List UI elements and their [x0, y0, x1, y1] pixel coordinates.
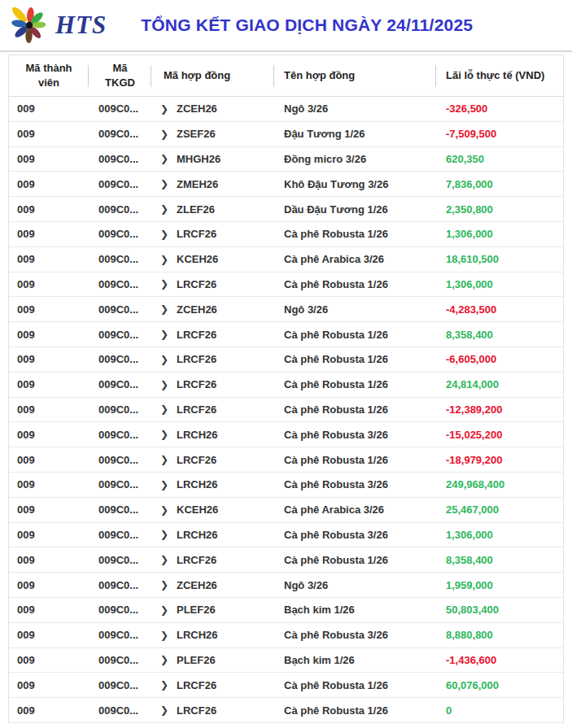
chevron-right-icon[interactable]: ❯	[151, 579, 177, 591]
table-row[interactable]: 009009C0...❯KCEH26Cà phê Arabica 3/2618,…	[9, 247, 563, 272]
chevron-right-icon[interactable]: ❯	[151, 129, 177, 140]
member-code-cell: 009	[9, 478, 89, 490]
table-row[interactable]: 009009C0...❯ZCEH26Ngô 3/26-4,283,500	[9, 297, 563, 322]
table-row[interactable]: 009009C0...❯LRCF26Cà phê Robusta 1/26-6,…	[9, 347, 563, 373]
pnl-value-cell: 1,306,000	[436, 228, 563, 240]
chevron-right-icon[interactable]: ❯	[151, 679, 177, 691]
account-code-cell: 009C0...	[89, 679, 151, 691]
contract-code-cell: LRCF26	[177, 329, 274, 341]
member-code-cell: 009	[9, 529, 89, 541]
contract-code-cell: ZSEF26	[177, 128, 274, 140]
chevron-right-icon[interactable]: ❯	[151, 354, 177, 365]
member-code-cell: 009	[9, 454, 89, 466]
chevron-right-icon[interactable]: ❯	[151, 229, 177, 240]
pnl-value-cell: 24,814,000	[436, 378, 563, 390]
contract-name-cell: Cà phê Robusta 1/26	[274, 329, 436, 341]
chevron-right-icon[interactable]: ❯	[151, 429, 177, 440]
contract-name-cell: Cà phê Robusta 1/26	[274, 378, 436, 390]
contract-code-cell: LRCF26	[177, 554, 274, 566]
chevron-right-icon[interactable]: ❯	[151, 654, 177, 665]
table-row[interactable]: 009009C0...❯LRCF26Cà phê Robusta 1/26-18…	[9, 447, 563, 473]
table-row[interactable]: 009009C0...❯LRCF26Cà phê Robusta 1/260	[9, 698, 563, 723]
table-row[interactable]: 009009C0...❯LRCF26Cà phê Robusta 1/261,3…	[9, 272, 563, 298]
chevron-right-icon[interactable]: ❯	[151, 604, 177, 616]
chevron-right-icon[interactable]: ❯	[151, 153, 177, 164]
account-code-cell: 009C0...	[89, 454, 151, 466]
contract-code-cell: ZCEH26	[177, 102, 274, 115]
table-body: 009009C0...❯ZCEH26Ngô 3/26-326,500009009…	[9, 97, 563, 723]
contract-code-cell: MHGH26	[177, 153, 274, 165]
account-code-cell: 009C0...	[89, 153, 151, 165]
contract-code-cell: LRCF26	[177, 403, 274, 416]
table-row[interactable]: 009009C0...❯KCEH26Cà phê Arabica 3/2625,…	[9, 498, 563, 523]
header-bar: HTS TỔNG KẾT GIAO DỊCH NGÀY 24/11/2025	[0, 0, 572, 52]
table-row[interactable]: 009009C0...❯LRCH26Cà phê Robusta 3/26249…	[9, 473, 563, 498]
pnl-value-cell: 0	[436, 704, 563, 717]
chevron-right-icon[interactable]: ❯	[151, 630, 177, 641]
chevron-right-icon[interactable]: ❯	[151, 303, 177, 315]
table-row[interactable]: 009009C0...❯LRCH26Cà phê Robusta 3/261,3…	[9, 523, 563, 548]
chevron-right-icon[interactable]: ❯	[151, 178, 177, 190]
table-row[interactable]: 009009C0...❯LRCH26Cà phê Robusta 3/268,8…	[9, 623, 563, 648]
chevron-right-icon[interactable]: ❯	[151, 554, 177, 565]
pnl-value-cell: -4,283,500	[436, 303, 563, 316]
member-code-cell: 009	[9, 704, 89, 717]
table-row[interactable]: 009009C0...❯LRCF26Cà phê Robusta 1/268,3…	[9, 322, 563, 347]
table-row[interactable]: 009009C0...❯LRCF26Cà phê Robusta 1/26-12…	[9, 398, 563, 423]
member-code-cell: 009	[9, 629, 89, 641]
table-row[interactable]: 009009C0...❯ZCEH26Ngô 3/26-326,500	[9, 97, 563, 122]
column-header-text: Mã hợp đồng	[164, 68, 274, 83]
account-code-cell: 009C0...	[89, 704, 151, 717]
account-code-cell: 009C0...	[89, 503, 151, 516]
table-row[interactable]: 009009C0...❯LRCH26Cà phê Robusta 3/26-15…	[9, 422, 563, 447]
chevron-right-icon[interactable]: ❯	[151, 529, 177, 540]
contract-code-cell: KCEH26	[177, 503, 274, 516]
table-row[interactable]: 009009C0...❯MHGH26Đồng micro 3/26620,350	[9, 147, 563, 172]
pnl-value-cell: 8,358,400	[436, 329, 563, 341]
contract-name-cell: Cà phê Robusta 1/26	[274, 554, 436, 566]
table-row[interactable]: 009009C0...❯PLEF26Bạch kim 1/26-1,436,60…	[9, 648, 563, 674]
table-row[interactable]: 009009C0...❯ZCEH26Ngô 3/261,959,000	[9, 573, 563, 598]
contract-code-cell: LRCH26	[177, 429, 274, 441]
chevron-right-icon[interactable]: ❯	[151, 454, 177, 465]
pnl-value-cell: 8,358,400	[436, 554, 563, 566]
account-code-cell: 009C0...	[89, 429, 151, 441]
chevron-right-icon[interactable]: ❯	[151, 278, 177, 290]
contract-code-cell: LRCF26	[177, 278, 274, 290]
chevron-right-icon[interactable]: ❯	[151, 329, 177, 340]
contract-code-cell: ZLEF26	[177, 203, 274, 216]
table-row[interactable]: 009009C0...❯LRCF26Cà phê Robusta 1/261,3…	[9, 222, 563, 247]
member-code-cell: 009	[9, 128, 89, 140]
table-row[interactable]: 009009C0...❯ZMEH26Khô Đậu Tương 3/267,83…	[9, 172, 563, 197]
page-title: TỔNG KẾT GIAO DỊCH NGÀY 24/11/2025	[141, 15, 473, 35]
member-code-cell: 009	[9, 228, 89, 240]
table-row[interactable]: 009009C0...❯ZSEF26Đậu Tương 1/26-7,509,5…	[9, 122, 563, 147]
chevron-right-icon[interactable]: ❯	[151, 203, 177, 215]
chevron-right-icon[interactable]: ❯	[151, 704, 177, 716]
hts-logo: HTS	[7, 1, 107, 50]
column-header-text: viên	[38, 76, 59, 90]
contract-name-cell: Cà phê Robusta 1/26	[274, 353, 436, 365]
table-row[interactable]: 009009C0...❯PLEF26Bạch kim 1/2650,803,40…	[9, 598, 563, 623]
account-code-cell: 009C0...	[89, 228, 151, 240]
contract-name-cell: Bạch kim 1/26	[274, 654, 436, 666]
table-row[interactable]: 009009C0...❯LRCF26Cà phê Robusta 1/268,3…	[9, 547, 563, 573]
pnl-value-cell: -12,389,200	[436, 403, 563, 416]
column-header-text: Mã thành	[25, 61, 72, 76]
member-code-cell: 009	[9, 153, 89, 165]
chevron-right-icon[interactable]: ❯	[151, 403, 177, 415]
chevron-right-icon[interactable]: ❯	[151, 254, 177, 265]
contract-name-cell: Bạch kim 1/26	[274, 604, 436, 616]
table-row[interactable]: 009009C0...❯LRCF26Cà phê Robusta 1/2624,…	[9, 373, 563, 398]
chevron-right-icon[interactable]: ❯	[151, 504, 177, 516]
member-code-cell: 009	[9, 679, 89, 691]
chevron-right-icon[interactable]: ❯	[151, 479, 177, 490]
chevron-right-icon[interactable]: ❯	[151, 379, 177, 390]
chevron-right-icon[interactable]: ❯	[151, 103, 177, 115]
account-code-cell: 009C0...	[89, 604, 151, 616]
table-row[interactable]: 009009C0...❯ZLEF26Dầu Đậu Tương 1/262,35…	[9, 197, 563, 222]
table-row[interactable]: 009009C0...❯LRCF26Cà phê Robusta 1/2660,…	[9, 673, 563, 698]
account-code-cell: 009C0...	[89, 178, 151, 190]
account-code-cell: 009C0...	[89, 579, 151, 591]
member-code-cell: 009	[9, 654, 89, 666]
